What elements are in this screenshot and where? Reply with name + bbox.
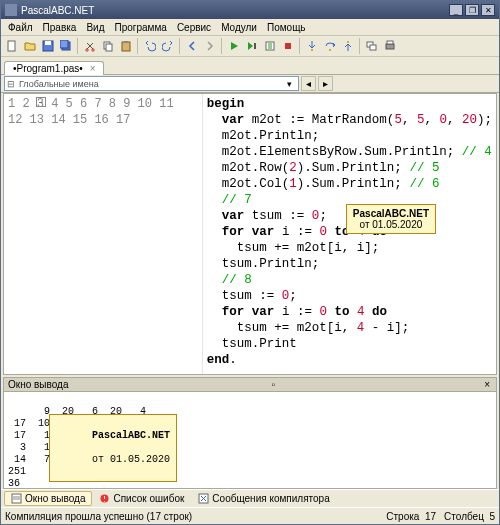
paste-button[interactable] (117, 38, 134, 55)
step-out-button[interactable] (339, 38, 356, 55)
open-button[interactable] (21, 38, 38, 55)
svg-rect-8 (106, 44, 112, 51)
step-over-button[interactable] (321, 38, 338, 55)
svg-point-6 (91, 49, 93, 51)
menu-help[interactable]: Помощь (262, 21, 311, 34)
cursor-line: Строка 17 (386, 511, 436, 522)
compile-status: Компиляция прошла успешно (17 строк) (5, 511, 192, 522)
svg-rect-9 (122, 42, 130, 51)
bottom-tab-compiler[interactable]: Сообщения компилятора (191, 491, 336, 506)
menu-view[interactable]: Вид (81, 21, 109, 34)
svg-point-14 (311, 49, 313, 51)
badge-line2-out: от 01.05.2020 (92, 454, 170, 465)
undo-button[interactable] (141, 38, 158, 55)
output-pin-icon[interactable]: ▫ (272, 379, 276, 390)
svg-point-16 (347, 41, 349, 43)
menu-file[interactable]: Файл (3, 21, 38, 34)
nav-back-button[interactable] (183, 38, 200, 55)
btab-label-3: Сообщения компилятора (212, 493, 329, 504)
errors-icon (99, 493, 110, 504)
svg-rect-10 (124, 41, 128, 43)
svg-rect-2 (45, 41, 51, 45)
svg-rect-4 (60, 40, 68, 48)
svg-rect-19 (386, 44, 394, 49)
svg-rect-0 (8, 41, 15, 51)
tab-close-icon[interactable]: × (90, 63, 96, 74)
menu-edit[interactable]: Правка (38, 21, 82, 34)
run-noargs-button[interactable] (243, 38, 260, 55)
symbol-combo[interactable]: Глобальные имена ▾ (4, 76, 299, 91)
btab-label-2: Список ошибок (113, 493, 184, 504)
output-panel[interactable]: 9 20 6 20 4 17 10 15 16 0 17 1 9 8 1 3 1… (3, 391, 497, 489)
svg-rect-18 (370, 45, 376, 50)
bottom-tab-errors[interactable]: Список ошибок (92, 491, 191, 506)
symbol-nav-row: Глобальные имена ▾ ◂ ▸ (1, 75, 499, 93)
symbol-next-button[interactable]: ▸ (318, 76, 333, 91)
toolbar (1, 36, 499, 57)
maximize-button[interactable]: ❐ (465, 4, 479, 16)
chevron-down-icon: ▾ (283, 79, 296, 89)
windows-button[interactable] (363, 38, 380, 55)
menu-program[interactable]: Программа (109, 21, 171, 34)
badge-line2: от 01.05.2020 (360, 219, 423, 230)
close-button[interactable]: ✕ (481, 4, 495, 16)
compiler-icon (198, 493, 209, 504)
watermark-badge: PascalABC.NET от 01.05.2020 (346, 204, 436, 234)
app-icon (5, 4, 17, 16)
editor-tab[interactable]: •Program1.pas• × (4, 61, 104, 75)
badge-line1-out: PascalABC.NET (92, 430, 170, 441)
bottom-tab-strip: Окно вывода Список ошибок Сообщения комп… (1, 489, 499, 507)
compile-button[interactable] (261, 38, 278, 55)
output-title-bar: Окно вывода ▫ × (3, 377, 497, 391)
app-title: PascalABC.NET (21, 5, 94, 16)
menu-service[interactable]: Сервис (172, 21, 216, 34)
svg-rect-11 (254, 43, 256, 49)
copy-button[interactable] (99, 38, 116, 55)
tab-label: Program1.pas (17, 63, 80, 74)
svg-point-15 (329, 49, 331, 51)
step-into-button[interactable] (303, 38, 320, 55)
code-editor[interactable]: 1 2 3 4 5 6 7 8 9 10 11 12 13 14 15 16 1… (3, 93, 497, 375)
btab-label-1: Окно вывода (25, 493, 85, 504)
menubar: Файл Правка Вид Программа Сервис Модули … (1, 19, 499, 36)
save-button[interactable] (39, 38, 56, 55)
menu-modules[interactable]: Модули (216, 21, 262, 34)
code-content[interactable]: begin var m2ot := MatrRandom(5, 5, 0, 20… (203, 94, 496, 374)
nav-forward-button[interactable] (201, 38, 218, 55)
run-button[interactable] (225, 38, 242, 55)
output-title-text: Окно вывода (8, 379, 68, 390)
status-bar: Компиляция прошла успешно (17 строк) Стр… (1, 507, 499, 524)
new-file-button[interactable] (3, 38, 20, 55)
badge-line1: PascalABC.NET (353, 208, 429, 219)
cursor-column: Столбец 5 (444, 511, 495, 522)
fold-toggle[interactable]: − (36, 97, 46, 107)
watermark-badge-output: PascalABC.NET от 01.05.2020 (49, 414, 177, 482)
combo-text: Глобальные имена (19, 79, 99, 89)
symbol-prev-button[interactable]: ◂ (301, 76, 316, 91)
title-bar: PascalABC.NET _ ❐ ✕ (1, 1, 499, 19)
save-all-button[interactable] (57, 38, 74, 55)
cut-button[interactable] (81, 38, 98, 55)
output-icon (11, 493, 22, 504)
print-button[interactable] (381, 38, 398, 55)
line-gutter: 1 2 3 4 5 6 7 8 9 10 11 12 13 14 15 16 1… (4, 94, 203, 374)
svg-point-5 (85, 49, 87, 51)
tab-dirty-marker-2: • (79, 63, 83, 74)
output-close-icon[interactable]: × (482, 379, 492, 390)
bottom-tab-output[interactable]: Окно вывода (4, 491, 92, 506)
redo-button[interactable] (159, 38, 176, 55)
svg-rect-20 (387, 41, 393, 44)
editor-tab-strip: •Program1.pas• × (1, 57, 499, 75)
minimize-button[interactable]: _ (449, 4, 463, 16)
stop-button[interactable] (279, 38, 296, 55)
app-window: PascalABC.NET _ ❐ ✕ Файл Правка Вид Прог… (0, 0, 500, 525)
svg-rect-13 (285, 43, 291, 49)
